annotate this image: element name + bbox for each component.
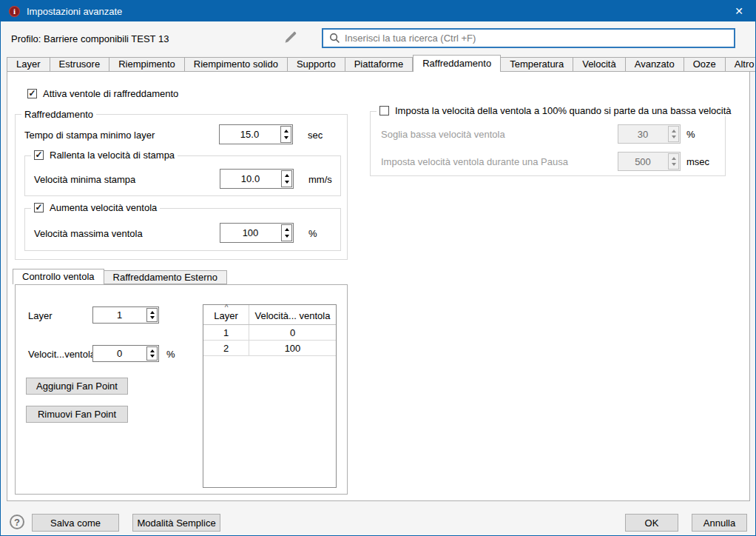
spinner-buttons[interactable] bbox=[280, 126, 291, 143]
tab-riempimento-solido[interactable]: Riempimento solido bbox=[185, 57, 288, 72]
raffreddamento-tab-page: ✓ Attiva ventole di raffreddamento Raffr… bbox=[7, 71, 750, 501]
help-icon[interactable]: ? bbox=[10, 515, 24, 529]
fan-speed-unit: % bbox=[166, 348, 175, 359]
spin-down-icon bbox=[672, 135, 676, 138]
min-layer-time-unit: sec bbox=[308, 129, 323, 140]
settings-tabstrip: Layer Estrusore Riempimento Riempimento … bbox=[7, 55, 756, 72]
pause-fan-row: Imposta velocità ventola durante una Pau… bbox=[381, 152, 718, 171]
spinner-buttons bbox=[668, 126, 679, 142]
tab-riempimento[interactable]: Riempimento bbox=[109, 57, 185, 72]
tab-ooze[interactable]: Ooze bbox=[684, 57, 726, 72]
max-fan-row: Velocità massima ventola 100 % bbox=[34, 223, 333, 243]
min-speed-row: Velocità minima stampa 10.0 mm/s bbox=[34, 169, 333, 189]
search-icon bbox=[329, 33, 340, 44]
spin-up-icon[interactable] bbox=[150, 349, 155, 352]
tab-avanzato[interactable]: Avanzato bbox=[626, 57, 684, 72]
layer-spinner[interactable]: 1 bbox=[92, 306, 159, 324]
fan-speed-label: Velocit...ventola bbox=[28, 348, 95, 359]
min-layer-time-row: Tempo di stampa minimo layer 15.0 sec bbox=[24, 124, 340, 144]
tab-supporto[interactable]: Supporto bbox=[288, 57, 345, 72]
check-icon: ✓ bbox=[35, 204, 42, 212]
min-layer-time-label: Tempo di stampa minimo layer bbox=[24, 129, 155, 140]
spin-up-icon bbox=[672, 130, 676, 133]
spinner-buttons[interactable] bbox=[281, 224, 292, 241]
pause-fan-unit: msec bbox=[686, 156, 709, 167]
check-icon: ✓ bbox=[35, 151, 42, 159]
enable-fans-row: ✓ Attiva ventole di raffreddamento bbox=[27, 88, 178, 99]
cooling-group-title: Raffreddamento bbox=[21, 109, 96, 120]
advanced-settings-dialog: i Impostazioni avanzate ✕ Profilo: Barri… bbox=[0, 0, 756, 536]
min-speed-label: Velocità minima stampa bbox=[34, 173, 135, 184]
edit-profile-pencil-icon[interactable] bbox=[283, 29, 299, 45]
spin-down-icon[interactable] bbox=[285, 235, 289, 238]
spin-up-icon[interactable] bbox=[284, 130, 288, 133]
tab-temperatura[interactable]: Temperatura bbox=[501, 57, 573, 72]
fan-speed-row: Velocit...ventola 0 % bbox=[28, 345, 206, 362]
spin-down-icon[interactable] bbox=[150, 316, 155, 319]
tab-velocita[interactable]: Velocità bbox=[573, 57, 626, 72]
tab-controllo-ventola[interactable]: Controllo ventola bbox=[13, 269, 104, 284]
pause-fan-spinner: 500 bbox=[618, 152, 681, 171]
fan-boost-group: ✓ Aumenta velocità ventola Velocità mass… bbox=[24, 208, 341, 251]
table-header: ^ Layer Velocità... ventola bbox=[203, 305, 336, 325]
full-fan-checkbox[interactable] bbox=[379, 106, 389, 115]
close-icon: ✕ bbox=[735, 5, 743, 17]
layer-row: Layer 1 bbox=[28, 306, 191, 324]
slow-down-group: ✓ Rallenta la velocità di stampa Velocit… bbox=[24, 155, 341, 196]
max-fan-unit: % bbox=[308, 227, 317, 238]
fan-control-panel: Layer 1 Velocit...ventola 0 % Aggiungi F… bbox=[15, 284, 348, 495]
spin-up-icon[interactable] bbox=[285, 228, 289, 231]
tab-raffreddamento[interactable]: Raffreddamento bbox=[413, 55, 501, 72]
full-fan-group-title: Imposta la velocità della ventola a 100%… bbox=[377, 105, 735, 116]
add-fan-point-button[interactable]: Aggiungi Fan Point bbox=[26, 378, 128, 395]
enable-fans-label: Attiva ventole di raffreddamento bbox=[43, 88, 178, 99]
tab-layer[interactable]: Layer bbox=[7, 57, 50, 72]
fan-points-table[interactable]: ^ Layer Velocità... ventola 1 0 2 100 bbox=[203, 304, 337, 488]
fan-control-tabstrip: Controllo ventola Raffreddamento Esterno bbox=[13, 269, 227, 284]
spinner-buttons[interactable] bbox=[146, 346, 158, 361]
remove-fan-point-button[interactable]: Rimuovi Fan Point bbox=[26, 406, 128, 423]
enable-fans-checkbox[interactable]: ✓ bbox=[27, 89, 37, 98]
spin-down-icon[interactable] bbox=[285, 181, 289, 184]
tab-altro[interactable]: Altro bbox=[726, 57, 756, 72]
titlebar: i Impostazioni avanzate ✕ bbox=[1, 1, 755, 21]
simple-mode-button[interactable]: Modalità Semplice bbox=[132, 514, 220, 532]
low-threshold-spinner: 30 bbox=[618, 124, 681, 144]
low-threshold-label: Soglia bassa velocità ventola bbox=[381, 129, 505, 140]
fan-boost-group-title: ✓ Aumenta velocità ventola bbox=[31, 202, 160, 213]
slow-down-group-title: ✓ Rallenta la velocità di stampa bbox=[31, 150, 178, 161]
close-button[interactable]: ✕ bbox=[723, 1, 755, 21]
spin-up-icon[interactable] bbox=[150, 311, 155, 314]
cancel-button[interactable]: Annulla bbox=[692, 514, 747, 532]
spin-down-icon[interactable] bbox=[284, 136, 288, 139]
min-speed-spinner[interactable]: 10.0 bbox=[220, 169, 294, 189]
tab-piattaforme[interactable]: Piattaforme bbox=[345, 57, 413, 72]
min-layer-time-spinner[interactable]: 15.0 bbox=[219, 124, 293, 144]
spinner-buttons[interactable] bbox=[146, 308, 158, 322]
sort-asc-icon[interactable]: ^ bbox=[225, 305, 229, 311]
save-as-button[interactable]: Salva come bbox=[32, 514, 119, 532]
search-input[interactable] bbox=[340, 33, 734, 44]
low-threshold-row: Soglia bassa velocità ventola 30 % bbox=[381, 124, 718, 144]
profile-label: Profilo: Barriere componibili TEST 13 bbox=[11, 33, 169, 44]
ok-button[interactable]: OK bbox=[625, 514, 678, 532]
check-icon: ✓ bbox=[28, 90, 36, 98]
max-fan-spinner[interactable]: 100 bbox=[220, 223, 294, 243]
tab-estrusore[interactable]: Estrusore bbox=[50, 57, 110, 72]
layer-label: Layer bbox=[28, 309, 53, 321]
spinner-buttons[interactable] bbox=[281, 170, 292, 187]
fan-speed-spinner[interactable]: 0 bbox=[92, 345, 159, 362]
cooling-group: Raffreddamento Tempo di stampa minimo la… bbox=[15, 114, 348, 260]
spin-down-icon[interactable] bbox=[150, 355, 155, 358]
table-row[interactable]: 1 0 bbox=[203, 325, 336, 341]
spin-up-icon[interactable] bbox=[285, 174, 289, 177]
column-header-fan-speed[interactable]: Velocità... ventola bbox=[249, 305, 336, 324]
tab-raffreddamento-esterno[interactable]: Raffreddamento Esterno bbox=[104, 270, 227, 284]
table-row[interactable]: 2 100 bbox=[203, 341, 336, 356]
window-title: Impostazioni avanzate bbox=[27, 6, 122, 17]
slow-down-checkbox[interactable]: ✓ bbox=[34, 150, 44, 160]
fan-boost-checkbox[interactable]: ✓ bbox=[34, 203, 44, 212]
info-icon: i bbox=[9, 6, 20, 17]
search-box bbox=[322, 28, 735, 48]
spinner-buttons bbox=[668, 153, 679, 170]
